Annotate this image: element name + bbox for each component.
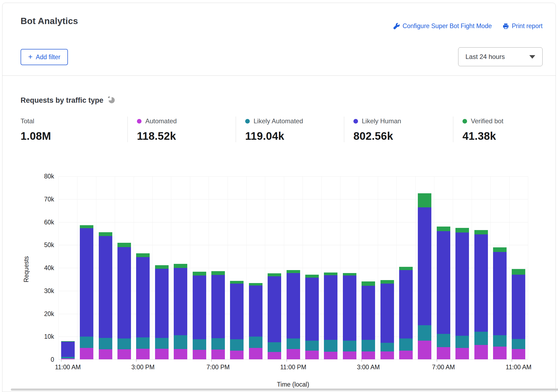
bar-segment-verified-bot[interactable] bbox=[99, 232, 112, 236]
time-range-dropdown[interactable]: Last 24 hours bbox=[458, 47, 543, 66]
bar-segment-verified-bot[interactable] bbox=[174, 264, 187, 268]
bar-segment-automated[interactable] bbox=[230, 351, 244, 359]
bar-segment-likely-human[interactable] bbox=[455, 232, 469, 335]
bar-segment-verified-bot[interactable] bbox=[287, 270, 300, 273]
bar-segment-likely-automated[interactable] bbox=[380, 343, 394, 351]
bar-segment-likely-automated[interactable] bbox=[174, 335, 187, 349]
stacked-bar-7-00-am[interactable] bbox=[437, 227, 450, 359]
bar-segment-automated[interactable] bbox=[512, 349, 525, 359]
stacked-bar-8-00-am[interactable] bbox=[455, 228, 469, 359]
bar-segment-likely-automated[interactable] bbox=[305, 341, 319, 351]
stacked-bar-10-00-am[interactable] bbox=[493, 247, 507, 359]
stacked-bar-12-00-pm[interactable] bbox=[80, 225, 93, 359]
stacked-bar-12-00-am[interactable] bbox=[305, 275, 319, 359]
bar-segment-likely-automated[interactable] bbox=[99, 338, 112, 349]
bar-segment-verified-bot[interactable] bbox=[268, 273, 281, 276]
bar-segment-verified-bot[interactable] bbox=[136, 253, 150, 257]
bar-segment-likely-human[interactable] bbox=[230, 284, 244, 339]
bar-segment-likely-automated[interactable] bbox=[362, 340, 375, 351]
bar-segment-likely-human[interactable] bbox=[117, 247, 131, 338]
stacked-bar-8-00-pm[interactable] bbox=[230, 281, 244, 359]
bar-segment-automated[interactable] bbox=[211, 350, 225, 359]
bar-segment-verified-bot[interactable] bbox=[305, 275, 319, 278]
bar-segment-likely-automated[interactable] bbox=[437, 334, 450, 347]
bar-segment-likely-automated[interactable] bbox=[117, 338, 131, 349]
bar-segment-automated[interactable] bbox=[136, 349, 150, 359]
bar-segment-automated[interactable] bbox=[380, 351, 394, 359]
stacked-bar-11-00-pm[interactable] bbox=[287, 270, 300, 359]
bar-segment-likely-human[interactable] bbox=[343, 275, 356, 341]
stacked-bar-5-00-am[interactable] bbox=[399, 267, 413, 359]
bar-segment-automated[interactable] bbox=[343, 351, 356, 359]
bar-segment-automated[interactable] bbox=[155, 349, 169, 359]
bar-segment-likely-human[interactable] bbox=[211, 275, 225, 338]
bar-segment-verified-bot[interactable] bbox=[230, 281, 244, 284]
bar-segment-likely-human[interactable] bbox=[399, 270, 413, 338]
bar-segment-likely-human[interactable] bbox=[362, 286, 375, 340]
bar-segment-automated[interactable] bbox=[61, 358, 75, 359]
bar-segment-likely-human[interactable] bbox=[305, 278, 319, 340]
bar-segment-likely-automated[interactable] bbox=[193, 339, 206, 350]
bar-segment-likely-human[interactable] bbox=[61, 342, 75, 357]
bar-segment-verified-bot[interactable] bbox=[117, 243, 131, 247]
bar-segment-likely-automated[interactable] bbox=[455, 336, 469, 348]
bar-segment-likely-human[interactable] bbox=[437, 231, 450, 334]
bar-segment-automated[interactable] bbox=[493, 347, 507, 359]
bar-segment-automated[interactable] bbox=[324, 352, 337, 359]
stacked-bar-4-00-am[interactable] bbox=[380, 280, 394, 359]
bar-segment-verified-bot[interactable] bbox=[155, 265, 169, 269]
bar-segment-likely-automated[interactable] bbox=[474, 332, 488, 345]
stacked-bar-3-00-pm[interactable] bbox=[136, 253, 150, 359]
bar-segment-verified-bot[interactable] bbox=[493, 247, 507, 252]
stacked-bar-6-00-pm[interactable] bbox=[193, 272, 206, 359]
bar-segment-verified-bot[interactable] bbox=[380, 280, 394, 284]
bar-segment-verified-bot[interactable] bbox=[249, 283, 262, 285]
print-report-link[interactable]: Print report bbox=[503, 22, 543, 30]
bar-segment-verified-bot[interactable] bbox=[455, 228, 469, 233]
configure-super-bot-fight-mode-link[interactable]: Configure Super Bot Fight Mode bbox=[393, 22, 492, 30]
stacked-bar-3-00-am[interactable] bbox=[362, 281, 375, 359]
bar-segment-likely-human[interactable] bbox=[287, 273, 300, 338]
bar-segment-automated[interactable] bbox=[193, 350, 206, 359]
bar-segment-likely-human[interactable] bbox=[136, 257, 150, 337]
horizontal-scrollbar[interactable] bbox=[11, 388, 558, 391]
bar-segment-likely-automated[interactable] bbox=[230, 339, 244, 351]
bar-segment-automated[interactable] bbox=[399, 351, 413, 359]
bar-segment-likely-automated[interactable] bbox=[211, 338, 225, 350]
bar-segment-automated[interactable] bbox=[268, 352, 281, 359]
stacked-bar-11-00-am[interactable] bbox=[512, 269, 525, 359]
bar-segment-verified-bot[interactable] bbox=[211, 271, 225, 275]
stacked-bar-5-00-pm[interactable] bbox=[174, 264, 187, 359]
stacked-bar-7-00-pm[interactable] bbox=[211, 271, 225, 359]
bar-segment-likely-automated[interactable] bbox=[80, 337, 93, 348]
bar-segment-verified-bot[interactable] bbox=[437, 227, 450, 231]
stacked-bar-2-00-pm[interactable] bbox=[117, 243, 131, 359]
stacked-bar-6-00-am[interactable] bbox=[418, 193, 431, 359]
bar-segment-automated[interactable] bbox=[80, 348, 93, 359]
bar-segment-verified-bot[interactable] bbox=[80, 225, 93, 228]
bar-segment-verified-bot[interactable] bbox=[474, 230, 488, 234]
bar-segment-automated[interactable] bbox=[174, 349, 187, 359]
bar-segment-likely-human[interactable] bbox=[512, 275, 525, 339]
bar-segment-automated[interactable] bbox=[437, 347, 450, 359]
bar-segment-verified-bot[interactable] bbox=[324, 273, 337, 275]
bar-segment-likely-human[interactable] bbox=[99, 236, 112, 338]
bar-segment-likely-human[interactable] bbox=[474, 234, 488, 332]
bar-segment-likely-automated[interactable] bbox=[493, 335, 507, 347]
bar-segment-verified-bot[interactable] bbox=[512, 269, 525, 275]
bar-segment-verified-bot[interactable] bbox=[362, 281, 375, 286]
bar-segment-likely-automated[interactable] bbox=[268, 342, 281, 352]
bar-segment-automated[interactable] bbox=[99, 349, 112, 359]
bar-segment-automated[interactable] bbox=[418, 341, 431, 359]
bar-segment-likely-human[interactable] bbox=[155, 269, 169, 338]
bar-segment-automated[interactable] bbox=[117, 349, 131, 359]
bar-segment-verified-bot[interactable] bbox=[343, 273, 356, 275]
bar-segment-likely-human[interactable] bbox=[418, 207, 431, 325]
bar-segment-verified-bot[interactable] bbox=[418, 193, 431, 207]
stacked-bar-9-00-pm[interactable] bbox=[249, 283, 262, 359]
bar-segment-likely-automated[interactable] bbox=[399, 338, 413, 351]
stacked-bar-1-00-am[interactable] bbox=[324, 273, 337, 359]
bar-segment-likely-automated[interactable] bbox=[249, 337, 262, 348]
bar-segment-automated[interactable] bbox=[305, 351, 319, 359]
bar-segment-likely-human[interactable] bbox=[174, 268, 187, 335]
